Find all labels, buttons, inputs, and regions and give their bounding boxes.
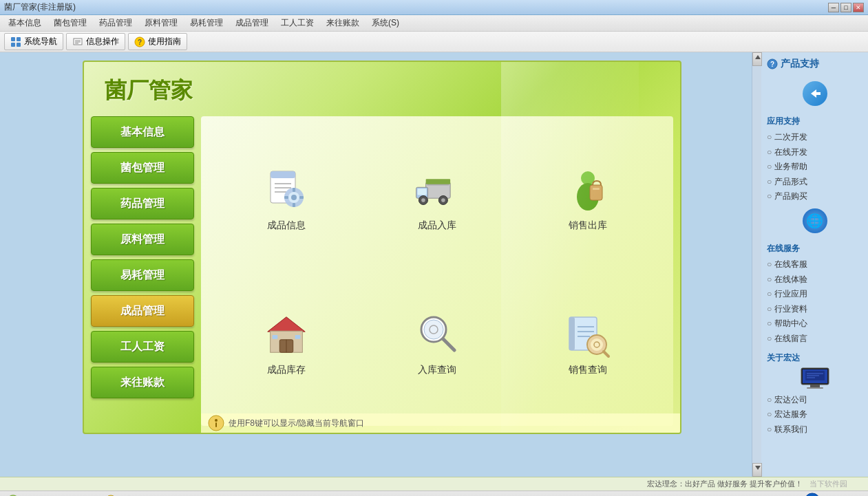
maximize-button[interactable]: □ — [840, 3, 851, 12]
nav-salary[interactable]: 工人工资 — [91, 331, 194, 363]
section-title-about: 关于宏达 — [767, 352, 862, 364]
sales-query-icon — [564, 310, 612, 358]
nav-basic[interactable]: 基本信息 — [91, 116, 194, 148]
scroll-down-btn[interactable] — [752, 463, 762, 477]
link-online-service[interactable]: 在线客服 — [767, 257, 862, 272]
grid-stock[interactable]: 成品库存 — [215, 274, 359, 412]
sidebar-title: ? 产品支持 — [767, 58, 862, 70]
toolbar-guide-label: 使用指南 — [148, 36, 181, 47]
svg-point-75 — [805, 493, 820, 497]
bottom-banner: 宏达理念：出好产品 做好服务 提升客户价值！ 当下软件园 — [0, 477, 868, 490]
link-secondary-dev[interactable]: 二次开发 — [767, 130, 862, 145]
svg-point-57 — [215, 419, 218, 422]
tip-icon — [208, 415, 224, 431]
sales-out-icon — [564, 166, 612, 214]
svg-rect-20 — [293, 188, 295, 192]
svg-rect-13 — [271, 171, 295, 178]
grid-sales-query[interactable]: 销售查询 — [516, 274, 659, 412]
right-sidebar: ? 产品支持 应用支持 二次开发 在线开发 业务帮助 产品形式 产品购买 🌐 在… — [761, 52, 868, 477]
svg-rect-23 — [299, 196, 304, 199]
grid-product-in[interactable]: 成品入库 — [366, 130, 509, 268]
link-industry-app[interactable]: 行业应用 — [767, 287, 862, 302]
menu-bag[interactable]: 菌包管理 — [48, 16, 92, 30]
svg-rect-58 — [215, 422, 217, 427]
toolbar-guide[interactable]: ? 使用指南 — [128, 33, 187, 50]
grid-sales-out[interactable]: 销售出库 — [516, 130, 659, 268]
menu-system[interactable]: 系统(S) — [366, 16, 405, 30]
scrollbar[interactable] — [752, 52, 761, 477]
menu-consumable[interactable]: 易耗管理 — [184, 16, 229, 30]
svg-line-55 — [604, 352, 608, 356]
svg-rect-36 — [593, 188, 600, 190]
title-bar-buttons: ─ □ ✕ — [828, 3, 864, 12]
tip-text: 使用F8键可以显示/隐藏当前导航窗口 — [229, 418, 364, 429]
nav-medicine[interactable]: 药品管理 — [91, 188, 194, 219]
svg-line-46 — [443, 339, 454, 350]
link-online-dev[interactable]: 在线开发 — [767, 145, 862, 160]
in-query-icon — [413, 310, 461, 358]
link-product-form[interactable]: 产品形式 — [767, 175, 862, 190]
info-icon — [72, 36, 83, 47]
menu-salary[interactable]: 工人工资 — [275, 16, 319, 30]
minimize-button[interactable]: ─ — [828, 3, 839, 12]
menu-basic[interactable]: 基本信息 — [3, 16, 47, 30]
computer-icon — [800, 367, 830, 390]
link-help-center[interactable]: 帮助中心 — [767, 316, 862, 332]
svg-rect-2 — [11, 43, 15, 47]
link-biz-help[interactable]: 业务帮助 — [767, 160, 862, 175]
svg-marker-37 — [268, 317, 305, 332]
tip-bar: 使用F8键可以显示/隐藏当前导航窗口 — [201, 413, 680, 433]
left-nav: 基本信息 菌包管理 药品管理 原料管理 易耗管理 成品管理 工人工资 来往账款 — [84, 116, 201, 433]
svg-marker-10 — [755, 55, 761, 59]
sidebar-arrow-btn[interactable] — [803, 81, 827, 106]
sidebar-globe-btn[interactable]: 🌐 — [803, 208, 827, 233]
nav-account[interactable]: 来往账款 — [91, 367, 194, 398]
link-online-exp[interactable]: 在线体验 — [767, 272, 862, 288]
link-service[interactable]: 宏达服务 — [767, 407, 862, 422]
link-product-buy[interactable]: 产品购买 — [767, 189, 862, 204]
svg-point-44 — [424, 320, 443, 339]
nav-product[interactable]: 成品管理 — [91, 295, 194, 327]
link-online-msg[interactable]: 在线留言 — [767, 332, 862, 347]
svg-point-19 — [291, 195, 297, 200]
product-info-icon — [262, 166, 310, 214]
link-contact[interactable]: 联系我们 — [767, 422, 862, 438]
svg-rect-22 — [284, 196, 288, 199]
bottom-banner-text: 宏达理念：出好产品 做好服务 提升客户价值！ — [647, 479, 803, 489]
title-bar-text: 菌厂管家(非注册版) — [4, 1, 76, 13]
watermark-area: D 当下软件园 — [804, 493, 861, 497]
svg-point-28 — [421, 198, 425, 202]
menu-medicine[interactable]: 药品管理 — [94, 16, 138, 30]
grid-in-query[interactable]: 入库查询 — [366, 274, 509, 412]
nav-material[interactable]: 原料管理 — [91, 224, 194, 255]
title-bar: 菌厂管家(非注册版) ─ □ ✕ — [0, 0, 868, 15]
close-button[interactable]: ✕ — [853, 3, 864, 12]
scroll-up-btn[interactable] — [752, 52, 762, 66]
product-in-label: 成品入库 — [418, 219, 456, 232]
menu-product[interactable]: 成品管理 — [230, 16, 274, 30]
center-panel: 菌厂管家 基本信息 菌包管理 药品管理 原料管理 易耗管理 成品管理 工人工资 … — [83, 61, 681, 434]
toolbar-info[interactable]: 信息操作 — [66, 33, 125, 50]
menu-bar: 基本信息 菌包管理 药品管理 原料管理 易耗管理 成品管理 工人工资 来往账款 … — [0, 15, 868, 32]
nav-consumable[interactable]: 易耗管理 — [91, 259, 194, 291]
svg-marker-61 — [811, 89, 821, 98]
stock-icon — [262, 310, 310, 358]
nav-icon — [10, 36, 21, 47]
status-bar: 准备 Admin 欢迎使用我们的产品! D 当下软件园 — [0, 490, 868, 496]
watermark: 当下软件园 — [809, 479, 847, 489]
svg-point-53 — [591, 338, 603, 351]
menu-account[interactable]: 来往账款 — [321, 16, 365, 30]
menu-material[interactable]: 原料管理 — [139, 16, 183, 30]
stock-label: 成品库存 — [267, 364, 306, 376]
toolbar-nav[interactable]: 系统导航 — [4, 33, 63, 50]
guide-icon: ? — [134, 36, 145, 47]
svg-rect-3 — [17, 43, 21, 47]
nav-bag[interactable]: 菌包管理 — [91, 152, 194, 184]
section-title-online: 在线服务 — [767, 243, 862, 255]
link-company[interactable]: 宏达公司 — [767, 393, 862, 408]
link-industry-data[interactable]: 行业资料 — [767, 302, 862, 317]
question-circle-icon: ? — [767, 58, 778, 69]
svg-rect-0 — [11, 37, 15, 41]
in-query-label: 入库查询 — [418, 364, 456, 376]
grid-product-info[interactable]: 成品信息 — [215, 130, 359, 268]
